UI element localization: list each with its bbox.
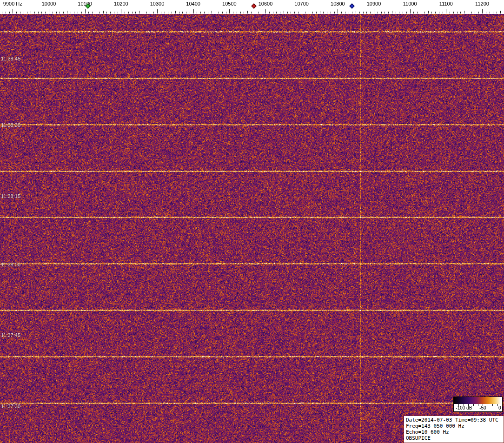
info-line: Echo=10 600 Hz — [406, 429, 502, 435]
colorbar-tick — [454, 404, 454, 406]
colorbar-gradient — [454, 397, 501, 404]
colorbar-label: -100 dB — [456, 405, 472, 410]
amplitude-colorbar: -100 dB-500 — [453, 397, 503, 412]
frequency-ruler[interactable]: 9900 Hz100001010010200103001040010500106… — [0, 0, 504, 14]
waterfall-display[interactable] — [0, 14, 504, 443]
colorbar-tick — [473, 404, 474, 406]
colorbar-tick — [502, 404, 503, 406]
colorbar-tick — [492, 404, 493, 406]
colorbar-scale: -100 dB-500 — [454, 404, 502, 411]
colorbar-tick — [488, 404, 488, 406]
spectrum-lab-window: 9900 Hz100001010010200103001040010500106… — [0, 0, 504, 443]
waterfall-area: 11:38:4511:38:3011:38:1511:38:0011:37:45… — [0, 14, 504, 443]
info-line: Freq=143 050 000 Hz — [406, 423, 502, 429]
info-box: Date=2014-07-03 Time=09:38 UTCFreq=143 0… — [404, 416, 504, 443]
colorbar-tick — [478, 404, 478, 406]
info-line: Date=2014-07-03 Time=09:38 UTC — [406, 417, 502, 423]
colorbar-tick — [497, 404, 498, 406]
colorbar-label: 0 — [498, 405, 501, 410]
colorbar-label: -50 — [479, 405, 486, 410]
info-line: OBSUPICE — [406, 435, 502, 441]
